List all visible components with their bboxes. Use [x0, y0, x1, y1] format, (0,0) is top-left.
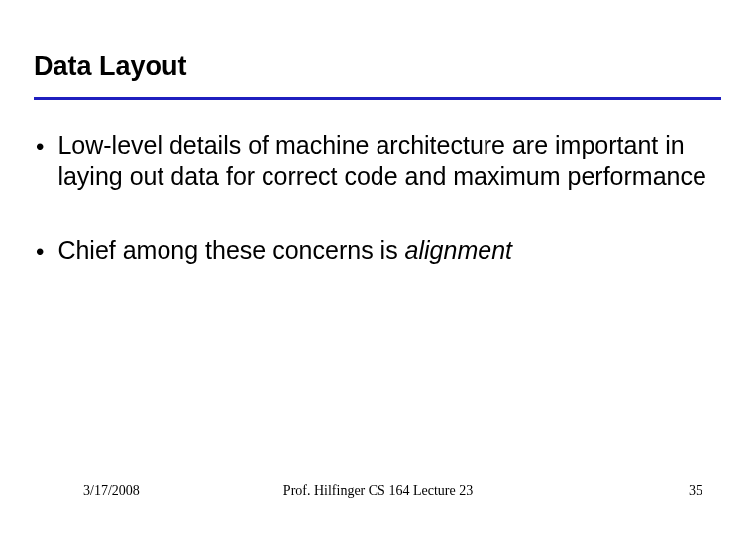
bullet-item: • Chief among these concerns is alignmen… — [36, 234, 721, 268]
bullet-marker-icon: • — [36, 131, 44, 162]
footer-center: Prof. Hilfinger CS 164 Lecture 23 — [0, 483, 756, 499]
slide: Data Layout • Low-level details of machi… — [0, 0, 756, 535]
slide-title: Data Layout — [34, 52, 187, 82]
footer-page-number: 35 — [689, 483, 702, 499]
bullet-text-prefix: Chief among these concerns is — [57, 236, 404, 264]
bullet-list: • Low-level details of machine architect… — [36, 129, 721, 309]
bullet-text: Low-level details of machine architectur… — [57, 129, 721, 192]
bullet-item: • Low-level details of machine architect… — [36, 129, 721, 192]
bullet-text: Chief among these concerns is alignment — [57, 234, 512, 266]
title-underline — [34, 97, 721, 100]
bullet-marker-icon: • — [36, 236, 44, 268]
bullet-text-emph: alignment — [405, 236, 512, 264]
